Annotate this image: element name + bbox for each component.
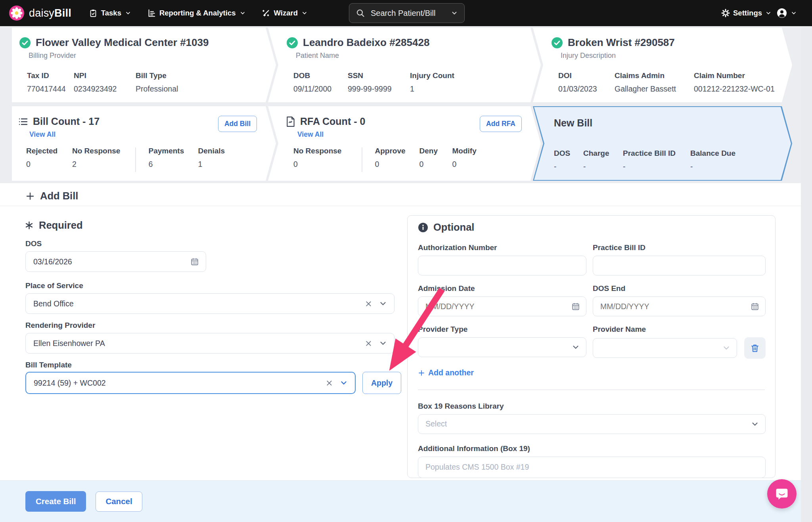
dos-input[interactable] [26, 257, 190, 266]
footer-action-bar: Create Bill Cancel [0, 480, 801, 522]
injury-title: Broken Wrist #290587 [568, 36, 675, 49]
add-rfa-button[interactable]: Add RFA [480, 116, 522, 132]
chevron-down-icon[interactable] [379, 339, 387, 348]
daisybill-logo[interactable]: daisyBill [9, 5, 71, 21]
dos-end-label: DOS End [593, 284, 766, 293]
calendar-icon[interactable] [571, 302, 586, 311]
plus-icon [418, 369, 425, 377]
practice-bill-id-input[interactable] [593, 261, 765, 270]
plus-icon [25, 191, 35, 201]
new-bill-card-body: New Bill DOS- Charge- Practice Bill ID- … [534, 107, 791, 180]
clipboard-icon [89, 9, 98, 17]
settings-menu[interactable]: Settings [721, 9, 772, 17]
search-placeholder-text: Search Patient/Bill [371, 9, 445, 18]
chevron-down-icon [125, 10, 131, 16]
additional-info-textarea[interactable] [418, 457, 766, 478]
injury-subtitle: Injury Description [533, 52, 792, 60]
field-claim-number: Claim Number001212-221232-WC-01 [694, 71, 775, 94]
page-right-gutter [801, 26, 812, 522]
document-icon [285, 116, 296, 127]
clear-x-icon[interactable] [365, 300, 372, 308]
magic-wand-icon [262, 9, 270, 17]
provider-type-label: Provider Type [418, 325, 586, 334]
chat-bubble-icon [774, 486, 790, 502]
rendering-provider-label: Rendering Provider [25, 321, 95, 330]
new-bill-dos: DOS- [554, 149, 573, 171]
practice-bill-id-label: Practice Bill ID [593, 243, 766, 252]
provider-type-select[interactable] [418, 337, 586, 357]
authorization-number-input[interactable] [418, 261, 586, 270]
search-patient-bill[interactable]: Search Patient/Bill [349, 3, 465, 23]
check-circle-icon [19, 37, 31, 49]
user-circle-icon [776, 8, 787, 19]
add-bill-button[interactable]: Add Bill [218, 116, 257, 132]
bill-template-select[interactable]: 99214 (59) + WC002 [25, 372, 356, 394]
rfa-view-all-link[interactable]: View All [297, 130, 324, 139]
rfa-count-card: RFA Count - 0 View All Add RFA No Respon… [268, 106, 541, 181]
add-another-link[interactable]: Add another [418, 368, 474, 377]
dos-label: DOS [25, 239, 42, 248]
patient-title: Leandro Badeixo #285428 [303, 36, 429, 49]
breadcrumb-injury[interactable]: Broken Wrist #290587 Injury Description … [533, 28, 792, 102]
daisy-flower-icon [9, 5, 25, 21]
search-icon [356, 8, 365, 18]
chevron-down-icon[interactable] [571, 343, 586, 352]
box19-reasons-library-label: Box 19 Reasons Library [418, 402, 765, 411]
place-of-service-label: Place of Service [25, 281, 83, 290]
nav-right: Settings [721, 8, 797, 19]
calendar-icon[interactable] [751, 302, 765, 311]
admission-date-input[interactable] [418, 302, 571, 311]
delete-provider-button[interactable] [744, 337, 766, 359]
rendering-provider-select[interactable]: Ellen Eisenhower PA [25, 333, 395, 354]
field-npi: NPI0234923492 [74, 71, 136, 94]
calendar-icon[interactable] [190, 257, 206, 266]
section-divider [0, 206, 801, 206]
chevron-down-icon[interactable] [339, 379, 348, 387]
create-bill-button[interactable]: Create Bill [25, 491, 86, 512]
clear-x-icon[interactable] [326, 379, 333, 387]
optional-divider [418, 390, 765, 390]
optional-heading: Optional [418, 222, 765, 233]
nav-menu-tasks[interactable]: Tasks [89, 9, 131, 17]
nav-menu-wizard[interactable]: Wizard [262, 9, 308, 17]
chat-launcher-button[interactable] [767, 479, 797, 509]
field-injury-count: Injury Count1 [410, 71, 454, 94]
nav-menus: Tasks Reporting & Analytics [89, 9, 308, 17]
account-menu[interactable] [776, 8, 797, 19]
chevron-down-icon [239, 10, 246, 16]
field-tax-id: Tax ID770417444 [27, 71, 74, 94]
chevron-down-icon[interactable] [451, 10, 458, 17]
new-bill-charge: Charge- [583, 149, 613, 171]
top-navbar: daisyBill Tasks Reporting & Analytics [0, 0, 812, 26]
authorization-number-label: Authorization Number [418, 243, 586, 252]
box19-placeholder-text: Select [418, 419, 751, 428]
provider-name-select [593, 338, 737, 358]
clear-x-icon[interactable] [365, 340, 372, 347]
bill-count-card: Bill Count - 17 View All Add Bill Reject… [12, 106, 276, 181]
stats-divider [135, 147, 136, 172]
chevron-down-icon [722, 344, 737, 352]
stats-divider [362, 147, 362, 172]
box19-reasons-select[interactable]: Select [418, 414, 766, 434]
bill-count-view-all-link[interactable]: View All [29, 130, 56, 139]
nav-menu-reporting-analytics[interactable]: Reporting & Analytics [147, 9, 246, 17]
stat-denials: Denials1 [198, 147, 225, 172]
provider-name-label: Provider Name [593, 325, 766, 334]
nav-menu-label: Tasks [101, 9, 121, 17]
cancel-button[interactable]: Cancel [96, 491, 142, 512]
breadcrumb-patient[interactable]: Leandro Badeixo #285428 Patient Name DOB… [268, 28, 541, 102]
new-bill-card: New Bill DOS- Charge- Practice Bill ID- … [533, 106, 792, 181]
stat-rfa-no-response: No Response0 [293, 147, 362, 172]
gear-icon [721, 9, 730, 17]
place-of-service-select[interactable]: Bend Office [25, 293, 395, 314]
stat-payments: Payments6 [149, 147, 198, 172]
apply-button[interactable]: Apply [362, 372, 401, 394]
place-of-service-value: Bend Office [26, 299, 365, 308]
chevron-down-icon[interactable] [379, 299, 387, 308]
authorization-number-field [418, 256, 586, 275]
dos-end-input[interactable] [593, 302, 751, 311]
billing-provider-title: Flower Valley Medical Center #1039 [36, 36, 209, 49]
breadcrumb-billing-provider[interactable]: Flower Valley Medical Center #1039 Billi… [12, 28, 276, 102]
chevron-down-icon[interactable] [751, 420, 765, 428]
field-claims-admin: Claims AdminGallagher Bassett [615, 71, 694, 94]
